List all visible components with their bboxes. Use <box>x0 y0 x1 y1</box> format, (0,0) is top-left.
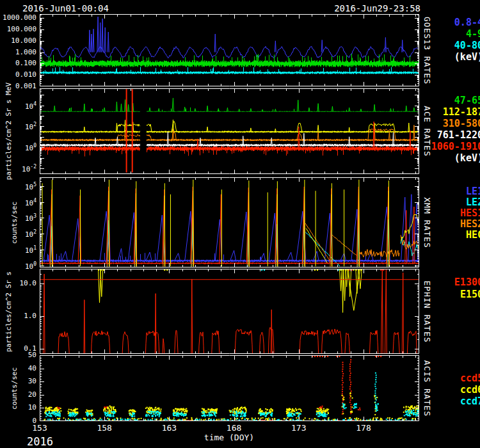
y-tick-ephin: 10.0 <box>0 279 36 287</box>
x-tick-label: 173 <box>291 423 306 433</box>
y-tick-goes13: 0.100 <box>0 59 36 67</box>
legend-goes13: 0.8-44-940-80(keV) <box>454 17 480 63</box>
legend-item: E150 <box>454 289 480 301</box>
y-tick-goes13: 10.000 <box>0 36 36 45</box>
legend-item: 761-1220 <box>431 129 480 141</box>
y-tick-acis: 20 <box>0 390 36 399</box>
y-tick-goes13: 0.010 <box>0 70 36 79</box>
legend-item: LE2 <box>460 197 480 208</box>
y-tick-goes13: 100.000 <box>0 25 36 33</box>
legend-item: E1300 <box>454 276 480 289</box>
legend-item: 4-9 <box>454 28 480 40</box>
x-tick-label: 168 <box>227 423 241 433</box>
y-tick-acis: 40 <box>0 364 36 372</box>
y-tick-acis: 50 <box>0 351 36 359</box>
legend-item: HES2 <box>460 219 480 230</box>
legend-item: (keV) <box>454 51 480 63</box>
x-tick-label: 178 <box>356 423 371 433</box>
legend-acis: ccd5ccd6ccd7 <box>460 372 480 407</box>
legend-item: 40-80 <box>454 40 480 51</box>
legend-item: 112-187 <box>431 106 480 118</box>
y-tick-xmm: 103 <box>0 213 36 223</box>
y-tick-ace: 100 <box>0 143 36 152</box>
y-tick-ace: 104 <box>0 101 36 111</box>
legend-xmm: LE1LE2HES1HES2HEC <box>460 186 480 241</box>
y-tick-xmm: 105 <box>0 182 36 191</box>
y-tick-ace: 10-2 <box>0 164 36 173</box>
y-tick-ace: 102 <box>0 122 36 131</box>
panel-title-ephin: EPHIN RATES <box>422 280 432 342</box>
y-tick-ephin: 1.0 <box>0 312 36 320</box>
y-tick-acis: 0 <box>0 417 36 425</box>
y-tick-acis: 30 <box>0 377 36 385</box>
legend-item: (keV) <box>431 152 480 164</box>
panel-plot-goes13 <box>40 14 419 86</box>
y-tick-goes13: 1000.000 <box>0 13 36 22</box>
panel-title-ace: ACE RATES <box>422 106 432 156</box>
x-tick-label: 153 <box>32 423 47 433</box>
end-date-label: 2016-Jun29-23:58 <box>334 3 420 13</box>
y-tick-acis: 10 <box>0 403 36 412</box>
panel-plot-xmm <box>40 177 419 268</box>
y-tick-xmm: 102 <box>0 229 36 239</box>
legend-item: HEC <box>460 230 480 241</box>
radiation-monitor-plot: 2016-Jun01-00:04 2016-Jun29-23:58 time (… <box>0 0 480 448</box>
x-axis-title: time (DOY) <box>204 433 254 442</box>
legend-item: 1060-1910 <box>431 141 480 152</box>
legend-item: 310-580 <box>431 118 480 129</box>
legend-item: ccd6 <box>460 384 480 396</box>
legend-item: LE1 <box>460 186 480 197</box>
y-tick-xmm: 101 <box>0 245 36 255</box>
legend-ephin: E1300E150 <box>454 276 480 301</box>
legend-item: HES1 <box>460 208 480 219</box>
year-label: 2016 <box>27 435 53 448</box>
panel-plot-ephin <box>40 269 419 354</box>
y-tick-xmm: 104 <box>0 198 36 207</box>
legend-item: ccd5 <box>460 372 480 384</box>
legend-ace: 47-65112-187310-580761-12201060-1910(keV… <box>431 95 480 164</box>
legend-item: 47-65 <box>431 95 480 106</box>
panel-plot-acis <box>40 355 419 421</box>
panel-title-goes13: GOES13 RATES <box>422 17 432 84</box>
panel-title-acis: ACIS RATES <box>422 360 432 416</box>
legend-item: ccd7 <box>460 396 480 407</box>
panel-title-xmm: XMM RATES <box>422 197 432 248</box>
y-tick-goes13: 1.000 <box>0 48 36 56</box>
panel-plot-ace <box>40 88 419 174</box>
x-tick-label: 163 <box>162 423 177 433</box>
start-date-label: 2016-Jun01-00:04 <box>22 3 109 13</box>
legend-item: 0.8-4 <box>454 17 480 28</box>
y-tick-xmm: 100 <box>0 261 36 271</box>
x-tick-label: 158 <box>97 423 111 433</box>
